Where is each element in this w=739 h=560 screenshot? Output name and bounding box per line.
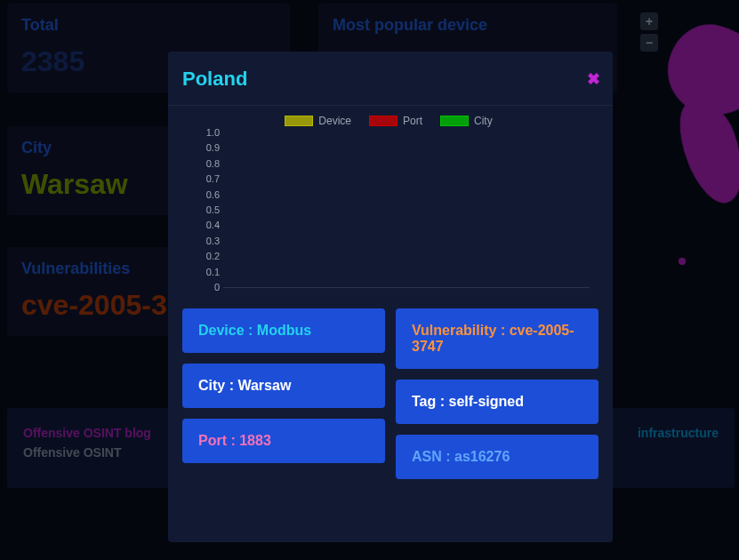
y-axis-tick: 0.1 (193, 267, 220, 277)
y-axis-tick: 0 (193, 282, 220, 292)
chart-plot-area: 1.00.90.80.70.60.50.40.30.20.10 (223, 132, 590, 288)
y-axis-tick: 0.4 (193, 220, 220, 230)
y-axis-tick: 0.8 (193, 158, 220, 169)
y-axis-tick: 0.5 (193, 204, 220, 215)
legend-swatch-port (369, 116, 398, 126)
chart: Device Port City 1.00.90.80.70.60.50.40.… (188, 115, 590, 292)
legend-swatch-device (285, 116, 313, 126)
legend-swatch-city (440, 116, 469, 126)
stat-pill[interactable]: Device : Modbus (182, 308, 385, 353)
stat-pill[interactable]: ASN : as16276 (396, 435, 598, 479)
y-axis-tick: 0.7 (193, 173, 220, 184)
y-axis-tick: 1.0 (193, 127, 220, 138)
legend-label: Device (318, 115, 351, 127)
legend-label: City (474, 115, 493, 127)
stat-pill-col-right: Vulnerability : cve-2005-3747Tag : self-… (396, 308, 598, 479)
chart-legend: Device Port City (188, 115, 590, 127)
stat-pill[interactable]: Vulnerability : cve-2005-3747 (396, 308, 598, 369)
y-axis-tick: 0.3 (193, 236, 220, 246)
modal-close-button[interactable]: ✖ (587, 71, 600, 87)
country-modal: Poland ✖ Device Port City 1.00.90.80.70.… (168, 52, 613, 542)
stat-pill-col-left: Device : ModbusCity : WarsawPort : 1883 (182, 308, 385, 479)
modal-title: Poland (182, 68, 598, 91)
stat-pill[interactable]: Tag : self-signed (396, 380, 598, 424)
close-icon: ✖ (587, 70, 600, 88)
y-axis-tick: 0.9 (193, 142, 220, 153)
legend-item-device[interactable]: Device (285, 115, 351, 127)
legend-item-city[interactable]: City (440, 115, 493, 127)
stat-pill[interactable]: City : Warsaw (182, 364, 385, 408)
y-axis-tick: 0.6 (193, 189, 220, 200)
legend-item-port[interactable]: Port (369, 115, 422, 127)
y-axis-tick: 0.2 (193, 251, 220, 261)
stat-pill-grid: Device : ModbusCity : WarsawPort : 1883 … (182, 308, 598, 479)
divider (168, 105, 613, 106)
legend-label: Port (403, 115, 422, 127)
stat-pill[interactable]: Port : 1883 (182, 419, 385, 463)
